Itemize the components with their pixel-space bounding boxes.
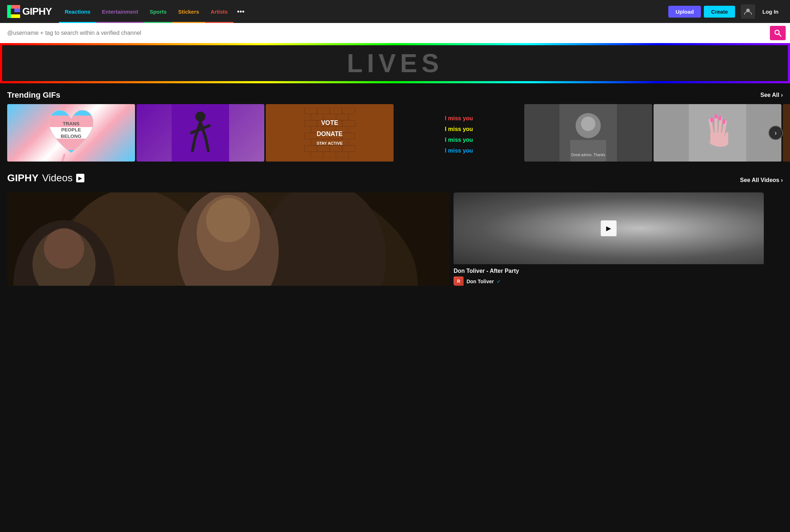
svg-text:STAY ACTIVE: STAY ACTIVE [317,141,343,145]
main-video[interactable] [7,192,449,286]
svg-rect-4 [11,14,20,18]
gif-item[interactable]: Great advice. Thanks [524,104,652,162]
banner-text: LIVES [347,48,443,78]
svg-rect-1 [11,5,14,9]
gif-item[interactable] [654,104,781,162]
gif-item[interactable]: I miss you I miss you I miss you I miss … [395,104,523,162]
video-title: Don Toliver - After Party [454,268,764,274]
nav-item-artists[interactable]: Artists [205,0,234,23]
search-icon [774,29,781,37]
svg-rect-0 [7,5,11,18]
side-video-thumbnail: ▶ [454,192,764,264]
user-icon-button[interactable] [741,4,755,19]
nav-item-reactions[interactable]: Reactions [59,0,96,23]
search-input[interactable] [4,28,770,38]
see-all-gifs-link[interactable]: See All › [760,92,783,98]
trans-gif: TRANS PEOPLE BELONG [7,104,135,162]
nav-actions: Upload Create Log In [668,4,783,19]
side-video[interactable]: ▶ Don Toliver - After Party R Don Tolive… [454,192,764,286]
svg-text:I miss you: I miss you [445,137,473,143]
videos-header: GIPHY Videos ▶ See All Videos › [7,172,783,188]
logo-link[interactable]: GIPHY [7,5,52,18]
gif-carousel: TRANS PEOPLE BELONG [0,104,790,162]
video-channel: R Don Toliver ✓ [454,276,764,286]
svg-text:DONATE: DONATE [317,130,343,137]
svg-point-83 [206,198,250,242]
svg-text:PEOPLE: PEOPLE [61,127,81,132]
svg-rect-60 [570,140,606,162]
giphy-logo-icon [7,5,20,18]
main-video-visual [7,192,449,286]
user-icon [744,8,752,15]
svg-line-7 [779,34,781,36]
channel-name: Don Toliver [466,279,494,284]
svg-text:VOTE: VOTE [321,119,338,126]
gif-item[interactable] [783,104,790,162]
trending-header: Trending GIFs See All › [0,83,790,104]
svg-rect-12 [45,150,98,162]
chevron-right-icon: › [781,92,783,98]
upload-button[interactable]: Upload [668,6,701,18]
videos-title-label: Videos [42,172,73,184]
nav-links: Reactions Entertainment Sports Stickers … [59,0,665,23]
carousel-next-button[interactable]: › [768,126,783,140]
see-all-videos-link[interactable]: See All Videos › [740,177,783,183]
svg-text:I miss you: I miss you [445,148,473,154]
svg-text:BELONG: BELONG [61,134,82,139]
rainbow-banner[interactable]: LIVES [0,43,790,83]
videos-grid: ▶ Don Toliver - After Party R Don Tolive… [7,192,783,286]
gif-item[interactable]: VOTE DONATE STAY ACTIVE [266,104,394,162]
videos-title-area: GIPHY Videos ▶ [7,172,84,184]
advice-gif: Great advice. Thanks [524,104,652,162]
nav-item-sports[interactable]: Sports [144,0,173,23]
play-badge: ▶ [76,174,84,182]
svg-line-16 [62,155,64,162]
create-button[interactable]: Create [704,6,735,18]
svg-point-59 [581,117,595,131]
nav-item-entertainment[interactable]: Entertainment [96,0,144,23]
svg-rect-69 [718,116,721,121]
logo-text: GIPHY [22,6,52,17]
channel-initial: R [457,279,460,284]
hand-gif [654,104,781,162]
dance-gif [136,104,264,162]
search-button[interactable] [770,26,786,40]
svg-text:TRANS: TRANS [63,121,80,126]
videos-title-brand: GIPHY [7,172,38,184]
main-video-thumbnail [7,192,449,286]
login-button[interactable]: Log In [758,6,783,18]
see-all-text: See All [760,92,779,98]
banner-inner: LIVES [2,45,788,81]
gif-item[interactable]: TRANS PEOPLE BELONG [7,104,135,162]
video-info: Don Toliver - After Party R Don Toliver … [454,264,764,286]
navbar: GIPHY Reactions Entertainment Sports Sti… [0,0,790,23]
verified-icon: ✓ [497,279,501,284]
trending-title: Trending GIFs [7,90,60,100]
svg-text:I miss you: I miss you [445,126,473,132]
search-bar [0,23,790,43]
svg-point-86 [44,228,84,269]
nav-item-stickers[interactable]: Stickers [172,0,205,23]
channel-avatar: R [454,276,464,286]
gif-item[interactable] [136,104,264,162]
svg-point-19 [195,112,205,122]
videos-section: GIPHY Videos ▶ See All Videos › [0,162,790,286]
svg-point-80 [260,192,386,286]
miss-gif: I miss you I miss you I miss you I miss … [395,104,523,162]
nav-more-button[interactable]: ••• [233,0,248,23]
svg-text:I miss you: I miss you [445,115,473,121]
play-button-overlay[interactable]: ▶ [601,220,617,236]
svg-text:Great advice. Thanks: Great advice. Thanks [571,153,605,157]
svg-rect-8 [45,104,98,116]
books-gif [783,104,790,162]
chevron-right-icon: › [781,177,783,183]
svg-rect-11 [45,139,98,150]
svg-rect-68 [715,114,717,118]
svg-rect-2 [14,5,20,9]
see-all-videos-text: See All Videos [740,177,779,183]
svg-line-17 [78,155,80,162]
vote-gif: VOTE DONATE STAY ACTIVE [269,108,390,158]
svg-rect-3 [14,9,20,12]
